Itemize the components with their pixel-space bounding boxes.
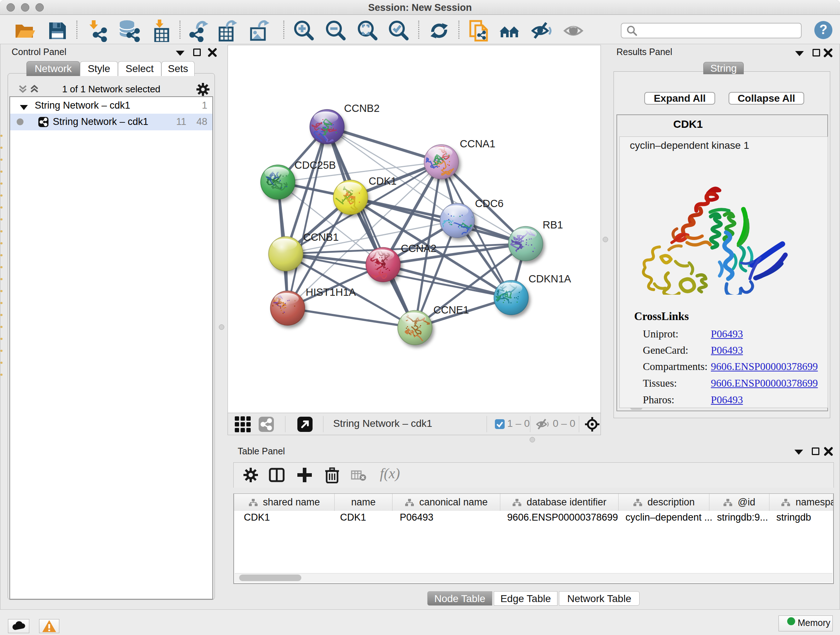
svg-text:CCNB1: CCNB1	[303, 231, 339, 243]
svg-text:?: ?	[819, 22, 827, 37]
svg-text:CDC25B: CDC25B	[294, 159, 336, 171]
svg-text:HIST1H1A: HIST1H1A	[306, 287, 356, 298]
svg-text:CCNA1: CCNA1	[460, 138, 495, 149]
svg-text:CCNB2: CCNB2	[344, 103, 379, 114]
svg-text:CCNE1: CCNE1	[433, 304, 469, 316]
svg-text:CDKN1A: CDKN1A	[529, 273, 571, 285]
svg-text:CCNA2: CCNA2	[401, 242, 436, 254]
svg-text:RB1: RB1	[543, 219, 563, 231]
svg-text:CDC6: CDC6	[475, 198, 504, 209]
svg-text:CDK1: CDK1	[369, 175, 396, 187]
